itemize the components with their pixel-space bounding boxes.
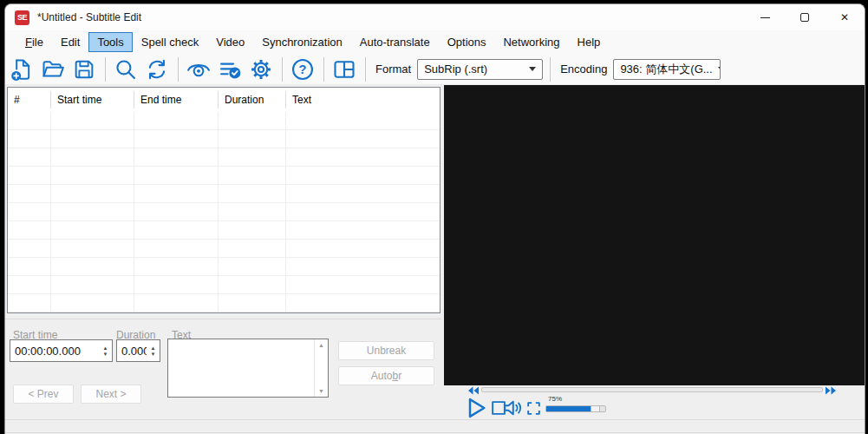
toolbar-separator [282, 57, 283, 82]
subtitle-text-field[interactable]: ▲ ▼ [167, 339, 329, 398]
status-divider [5, 432, 865, 433]
table-cell [219, 294, 286, 312]
table-cell [219, 167, 286, 184]
help-button[interactable]: ? [290, 56, 315, 82]
menu-bar: File Edit Tools Spell check Video Synchr… [5, 30, 865, 54]
mute-button[interactable] [501, 397, 525, 419]
menu-networking[interactable]: Networking [494, 32, 568, 52]
encoding-dropdown[interactable]: 936: 简体中文(G... [613, 59, 721, 80]
table-row[interactable] [8, 130, 440, 148]
seek-forward-icon[interactable] [825, 386, 837, 395]
table-cell [219, 185, 286, 202]
minimize-button[interactable] [745, 4, 785, 30]
table-row[interactable] [8, 258, 440, 276]
save-button[interactable] [72, 56, 96, 82]
column-header[interactable]: End time [134, 91, 219, 108]
table-cell [134, 167, 219, 184]
menu-file[interactable]: File [16, 32, 52, 52]
find-button[interactable] [114, 56, 138, 82]
table-cell [134, 130, 219, 148]
table-body [8, 112, 440, 312]
table-row[interactable] [8, 240, 440, 258]
format-value: SubRip (.srt) [424, 62, 487, 76]
table-cell [219, 240, 286, 257]
fullscreen-icon [525, 400, 542, 417]
settings-button[interactable] [249, 56, 273, 82]
video-seek-bar[interactable] [481, 387, 823, 392]
menu-edit[interactable]: Edit [52, 32, 88, 52]
table-cell [286, 294, 440, 312]
fullscreen-button[interactable] [524, 398, 543, 418]
format-dropdown[interactable]: SubRip (.srt) [417, 59, 543, 80]
table-row[interactable] [8, 185, 440, 203]
visual-sync-button[interactable] [186, 56, 211, 82]
spinner-icon[interactable]: ▲▼ [147, 345, 160, 357]
menu-video[interactable]: Video [207, 32, 253, 52]
spell-check-button[interactable] [218, 56, 242, 82]
toolbar-separator [365, 57, 366, 82]
save-icon [72, 57, 96, 82]
new-file-icon [10, 57, 34, 82]
spinner-icon[interactable]: ▲▼ [99, 345, 112, 357]
column-header[interactable]: Start time [51, 91, 134, 108]
prev-button[interactable]: < Prev [13, 385, 74, 404]
subtitle-text-input[interactable] [168, 339, 314, 397]
table-cell [286, 130, 440, 148]
table-cell [134, 203, 219, 220]
table-row[interactable] [8, 221, 440, 240]
menu-auto-translate[interactable]: Auto-translate [351, 32, 439, 52]
table-cell [8, 276, 51, 293]
window-title: *Untitled - Subtitle Edit [37, 11, 141, 23]
table-cell [51, 130, 134, 148]
seek-back-icon[interactable] [467, 386, 480, 395]
table-row[interactable] [8, 276, 440, 294]
table-cell [134, 240, 219, 257]
menu-spell-check[interactable]: Spell check [133, 32, 207, 52]
replace-button[interactable] [145, 56, 169, 82]
column-header[interactable]: Text [286, 91, 440, 108]
table-cell [219, 276, 286, 293]
table-row[interactable] [8, 203, 440, 221]
app-logo-icon: SE [15, 10, 29, 25]
table-cell [8, 221, 51, 239]
table-row[interactable] [8, 112, 440, 130]
play-button[interactable] [463, 395, 489, 421]
subtitle-list-view[interactable]: #Start timeEnd timeDurationText [7, 87, 441, 313]
volume-handle[interactable] [591, 406, 600, 411]
table-cell [51, 148, 134, 166]
unbreak-button[interactable]: Unbreak [338, 341, 434, 360]
duration-field[interactable]: ▲▼ [116, 339, 160, 362]
new-file-button[interactable] [10, 56, 34, 82]
column-header[interactable]: # [8, 91, 51, 108]
table-cell [8, 130, 51, 148]
search-icon [114, 57, 138, 82]
table-row[interactable] [8, 167, 440, 185]
menu-synchronization[interactable]: Synchronization [253, 32, 351, 52]
table-cell [219, 221, 286, 239]
table-row[interactable] [8, 148, 440, 167]
textarea-scrollbar[interactable]: ▲ ▼ [314, 339, 328, 397]
duration-input[interactable] [117, 345, 147, 358]
column-header[interactable]: Duration [219, 91, 286, 108]
auto-br-button[interactable]: Auto br [338, 366, 434, 385]
open-file-button[interactable] [41, 56, 65, 82]
menu-help[interactable]: Help [569, 32, 610, 52]
start-time-field[interactable]: ▲▼ [10, 339, 113, 362]
video-display[interactable] [444, 85, 865, 385]
table-cell [8, 112, 51, 129]
eye-icon [186, 57, 211, 82]
menu-tools[interactable]: Tools [88, 32, 132, 52]
layout-button[interactable] [332, 56, 356, 82]
table-row[interactable] [8, 294, 440, 312]
scroll-up-icon[interactable]: ▲ [318, 342, 324, 348]
start-time-input[interactable] [10, 345, 99, 358]
volume-slider[interactable] [545, 405, 606, 412]
menu-options[interactable]: Options [439, 32, 495, 52]
status-divider [5, 419, 865, 420]
maximize-button[interactable] [785, 4, 825, 30]
close-button[interactable]: ✕ [825, 4, 865, 30]
next-button[interactable]: Next > [81, 385, 141, 404]
table-header: #Start timeEnd timeDurationText [8, 88, 440, 112]
minimize-icon [760, 17, 770, 18]
scroll-down-icon[interactable]: ▼ [318, 388, 324, 394]
